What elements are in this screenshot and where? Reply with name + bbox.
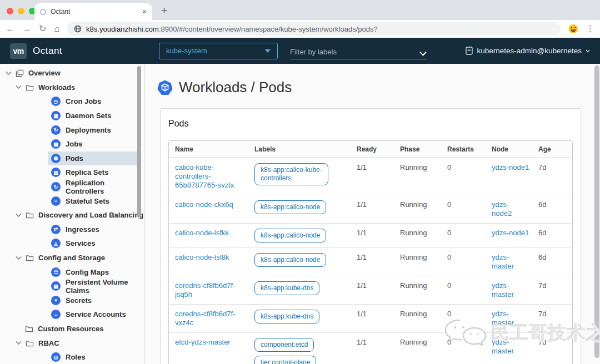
ready-cell: 1/1 [351, 158, 394, 195]
sidebar-item-roles[interactable]: ◎Roles [0, 350, 144, 364]
chevron-down-icon [419, 51, 427, 56]
phase-cell: Running [394, 333, 441, 364]
services-icon: ◬ [51, 239, 61, 248]
secrets-icon: ● [51, 296, 61, 305]
sidebar-item-label: Service Accounts [66, 310, 126, 318]
sidebar-item-ingresses[interactable]: ⇄Ingresses [0, 223, 144, 237]
node-link[interactable]: ydzs- master [492, 253, 514, 271]
tab-close-icon[interactable]: × [142, 8, 147, 16]
node-link[interactable]: ydzs-node1 [492, 229, 529, 237]
pod-name-link[interactable]: calico-node-lsfkk [175, 229, 229, 237]
sidebar-item-pods[interactable]: ◉Pods [0, 151, 144, 166]
sidebar-scrollbar[interactable] [137, 66, 141, 217]
ready-cell: 1/1 [351, 305, 394, 333]
phase-cell: Running [394, 276, 441, 305]
minimize-window-button[interactable] [18, 8, 24, 14]
browser-menu-icon[interactable]: ⋮ [586, 24, 594, 34]
labels-group: k8s-app:kube-dns [254, 310, 344, 323]
sidebar-item-services[interactable]: ◬Services [0, 236, 144, 251]
sidebar-item-secrets[interactable]: ●Secrets [0, 294, 144, 308]
new-tab-button[interactable]: + [161, 4, 167, 17]
forward-icon[interactable]: → [22, 24, 31, 33]
labels-group: component:etcdtier:control-plane [254, 338, 344, 364]
phase-cell: Running [394, 305, 441, 333]
close-window-button[interactable] [7, 8, 13, 14]
pvc-icon: ▤ [51, 281, 61, 291]
sidebar-item-deployments[interactable]: ↻Deployments [0, 123, 144, 137]
sidebar-item-config-and-storage[interactable]: Config and Storage [0, 251, 144, 265]
age-cell: 7d [532, 305, 573, 333]
node-link[interactable]: ydzs- master [492, 338, 514, 356]
reload-icon[interactable]: ↻ [39, 24, 46, 33]
col-name: Name [169, 141, 248, 158]
ready-cell: 1/1 [351, 195, 394, 224]
table-row: coredns-cf8fb6d7f- jsq5h k8s-app:kube-dn… [169, 276, 573, 305]
sidebar-item-label: Secrets [66, 296, 92, 305]
pod-name-link[interactable]: calico-node-tsl8k [175, 253, 229, 262]
chevron-down-icon[interactable] [16, 85, 22, 89]
main-content: Workloads / Pods Pods Name Labels Ready [144, 64, 600, 364]
label-chip[interactable]: k8s-app:kube-dns [254, 281, 319, 295]
label-chip[interactable]: k8s-app:calico-node [254, 253, 326, 267]
sidebar-item-label: Overview [28, 69, 61, 77]
label-chip[interactable]: k8s-app:calico-node [254, 200, 326, 214]
browser-tab[interactable]: Octant × [34, 3, 152, 20]
sidebar-item-cron-jobs[interactable]: ◷Cron Jobs [0, 94, 144, 109]
sidebar-item-persistent-volume-claims[interactable]: ▤Persistent Volume Claims [0, 279, 144, 294]
main-scrollbar[interactable] [594, 65, 599, 358]
back-icon[interactable]: ← [6, 24, 14, 33]
pod-name-link[interactable]: coredns-cf8fb6d7f- jsq5h [175, 281, 235, 299]
address-bar[interactable]: k8s.youdianzhishi.com:8900/#/content/ove… [67, 22, 561, 36]
extension-emoji-icon[interactable] [568, 24, 578, 34]
sidebar-item-discovery-and-load-balancing[interactable]: Discovery and Load Balancing [0, 208, 144, 223]
label-chip[interactable]: component:etcd [254, 338, 314, 352]
table-row: coredns-cf8fb6d7f- vxz4c k8s-app:kube-dn… [169, 305, 573, 333]
caret-down-icon [265, 49, 271, 53]
sidebar-item-replica-sets[interactable]: ▥Replica Sets [0, 165, 144, 180]
chevron-down-icon[interactable] [16, 256, 22, 260]
home-icon[interactable]: ⌂ [54, 24, 59, 33]
table-row: calico-node-tsl8k k8s-app:calico-node 1/… [169, 248, 573, 276]
daemonsets-icon: ▣ [51, 111, 61, 120]
configmaps-icon: ☰ [51, 267, 61, 277]
label-chip[interactable]: k8s-app:calico-kube- controllers [254, 163, 328, 185]
pod-name-link[interactable]: coredns-cf8fb6d7f- vxz4c [175, 310, 235, 327]
sidebar-item-overview[interactable]: Overview [0, 66, 144, 80]
sidebar-item-daemon-sets[interactable]: ▣Daemon Sets [0, 109, 144, 123]
node-link[interactable]: ydzs-node1 [492, 163, 529, 172]
label-chip[interactable]: tier:control-plane [254, 356, 316, 364]
pod-name-link[interactable]: etcd-ydzs-master [175, 338, 231, 347]
age-cell: 6d [532, 195, 573, 224]
sidebar-item-label: Ingresses [66, 225, 99, 234]
sidebar-item-replication-controllers[interactable]: ↻Replication Controllers [0, 180, 144, 194]
label-chip[interactable]: k8s-app:calico-node [254, 229, 326, 242]
sidebar-item-label: Pods [66, 154, 83, 163]
node-link[interactable]: ydzs- node2 [492, 200, 512, 218]
chevron-down-icon[interactable] [16, 341, 22, 345]
sidebar-item-jobs[interactable]: ▦Jobs [0, 137, 144, 151]
globe-icon [74, 25, 82, 33]
chevron-down-icon[interactable] [6, 71, 12, 75]
url-host: k8s.youdianzhishi.com [86, 25, 159, 33]
pod-name-link[interactable]: calico-node-ckx6q [175, 200, 233, 209]
label-chip[interactable]: k8s-app:kube-dns [254, 310, 319, 323]
user-menu[interactable]: kubernetes-admin@kubernetes [466, 47, 590, 55]
age-cell: 7d [532, 158, 573, 195]
restarts-cell: 0 [441, 158, 486, 195]
namespace-dropdown[interactable]: kube-system [159, 43, 278, 59]
sidebar-item-workloads[interactable]: Workloads [0, 80, 144, 95]
node-link[interactable]: ydzs- master [492, 310, 514, 327]
sidebar-item-rbac[interactable]: RBAC [0, 336, 144, 350]
sidebar-item-custom-resources[interactable]: Custom Resources [0, 322, 144, 336]
pod-name-link[interactable]: calico-kube- controllers- 65b8787765-svz… [175, 163, 234, 190]
sidebar-item-config-maps[interactable]: ☰Config Maps [0, 265, 144, 279]
labels-group: k8s-app:calico-node [254, 229, 344, 242]
chevron-down-icon[interactable] [16, 213, 22, 218]
sidebar-item-service-accounts[interactable]: ◒Service Accounts [0, 307, 144, 322]
app-title: Octant [33, 46, 62, 57]
serviceaccounts-icon: ◒ [51, 310, 61, 319]
age-cell: 7d [532, 276, 573, 305]
filter-labels-input[interactable]: Filter by labels [290, 43, 427, 59]
node-link[interactable]: ydzs- master [492, 281, 514, 299]
sidebar-item-stateful-sets[interactable]: ≡Stateful Sets [0, 194, 144, 208]
